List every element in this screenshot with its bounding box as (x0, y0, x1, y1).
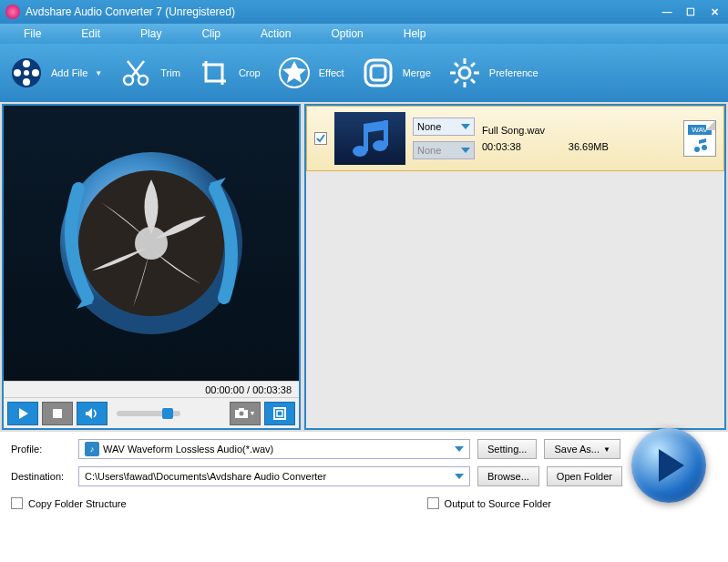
toolbar: Add File ▼ Trim Crop Effect Merge Prefer… (0, 44, 728, 102)
crop-label: Crop (239, 67, 261, 78)
convert-button[interactable] (631, 428, 706, 503)
trim-label: Trim (160, 67, 180, 78)
file-checkbox[interactable] (314, 132, 327, 145)
menu-action[interactable]: Action (241, 27, 311, 40)
add-file-button[interactable]: Add File ▼ (9, 56, 102, 90)
effect-button[interactable]: Effect (277, 56, 344, 90)
menu-help[interactable]: Help (384, 27, 446, 40)
maximize-button[interactable]: ☐ (682, 4, 699, 20)
subtitle-select[interactable]: None (413, 141, 475, 159)
wav-icon: ♪ (85, 442, 99, 456)
checkbox-icon (11, 497, 23, 509)
svg-point-5 (24, 70, 29, 76)
window-title: Avdshare Audio Converter 7 (Unregistered… (26, 5, 651, 18)
svg-rect-27 (239, 408, 244, 411)
svg-line-21 (455, 79, 458, 83)
file-name: Full Song.wav (482, 125, 545, 136)
app-logo-icon (5, 5, 20, 19)
chevron-down-icon (461, 148, 470, 153)
file-info: Full Song.wav 00:03:38 36.69MB (482, 125, 676, 152)
close-button[interactable]: ✕ (706, 4, 723, 20)
menu-option[interactable]: Option (311, 27, 383, 40)
output-source-label: Output to Source Folder (445, 498, 551, 509)
svg-point-3 (23, 78, 30, 86)
destination-value: C:\Users\fawad\Documents\Avdshare Audio … (85, 471, 326, 482)
trim-button[interactable]: Trim (118, 56, 180, 90)
profile-select[interactable]: ♪WAV Waveform Lossless Audio(*.wav) (78, 439, 470, 459)
audio-track-select[interactable]: None (413, 118, 475, 136)
merge-button[interactable]: Merge (361, 56, 431, 90)
open-folder-button[interactable]: Open Folder (547, 466, 622, 486)
format-icon: WAV (683, 120, 716, 157)
svg-rect-30 (277, 411, 282, 416)
time-bar: 00:00:00 / 00:03:38 (4, 381, 299, 397)
svg-point-13 (459, 67, 470, 78)
profile-value: WAV Waveform Lossless Audio(*.wav) (103, 444, 273, 455)
svg-point-1 (23, 60, 30, 67)
scissors-icon (118, 56, 153, 90)
profile-row: Profile: ♪WAV Waveform Lossless Audio(*.… (11, 439, 717, 459)
setting-button[interactable]: Setting... (477, 439, 537, 459)
output-to-source-checkbox[interactable]: Output to Source Folder (427, 497, 551, 509)
menu-play[interactable]: Play (120, 27, 181, 40)
options-row: Copy Folder Structure Output to Source F… (11, 497, 717, 509)
stop-button[interactable] (42, 402, 73, 425)
svg-point-4 (14, 69, 21, 77)
fullscreen-button[interactable] (264, 402, 295, 425)
chevron-down-icon (455, 446, 464, 452)
copy-structure-label: Copy Folder Structure (28, 498, 127, 509)
menu-clip[interactable]: Clip (181, 27, 241, 40)
playback-time: 00:00:00 / 00:03:38 (205, 384, 292, 395)
svg-line-18 (455, 63, 458, 66)
menu-file[interactable]: File (4, 27, 61, 40)
svg-line-20 (471, 63, 475, 66)
play-button[interactable] (7, 402, 38, 425)
preview-panel: 00:00:00 / 00:03:38 ▼ (2, 104, 301, 430)
preference-label: Preference (489, 67, 538, 78)
browse-button[interactable]: Browse... (477, 466, 539, 486)
title-bar: Avdshare Audio Converter 7 (Unregistered… (0, 0, 728, 24)
star-icon (277, 56, 312, 90)
snapshot-button[interactable]: ▼ (230, 402, 261, 425)
destination-row: Destination: C:\Users\fawad\Documents\Av… (11, 466, 717, 486)
volume-button[interactable] (77, 402, 108, 425)
film-reel-icon (9, 56, 44, 90)
svg-point-35 (694, 147, 700, 152)
file-item[interactable]: None None Full Song.wav 00:03:38 36.69MB… (306, 106, 724, 171)
checkbox-icon (427, 497, 439, 509)
minimize-button[interactable]: — (659, 4, 675, 20)
menu-edit[interactable]: Edit (61, 27, 120, 40)
volume-slider[interactable] (117, 411, 180, 416)
file-size: 36.69MB (569, 141, 609, 152)
svg-rect-29 (274, 408, 285, 419)
svg-rect-11 (365, 60, 391, 86)
chevron-down-icon (461, 124, 470, 129)
merge-label: Merge (403, 67, 431, 78)
add-file-label: Add File (51, 67, 87, 78)
player-controls: ▼ (4, 397, 299, 428)
svg-point-36 (702, 145, 707, 150)
effect-label: Effect (319, 67, 344, 78)
svg-point-28 (239, 412, 243, 416)
format-badge: WAV (688, 125, 711, 135)
main-body: 00:00:00 / 00:03:38 ▼ None None Full Son… (0, 102, 728, 432)
svg-rect-25 (53, 409, 62, 418)
svg-rect-12 (371, 66, 385, 80)
svg-line-19 (471, 79, 475, 83)
profile-label: Profile: (11, 444, 71, 455)
copy-folder-structure-checkbox[interactable]: Copy Folder Structure (11, 497, 127, 509)
file-dropdowns: None None (413, 118, 475, 159)
menu-bar: File Edit Play Clip Action Option Help (0, 24, 728, 44)
bottom-panel: Profile: ♪WAV Waveform Lossless Audio(*.… (0, 432, 728, 516)
file-thumbnail (334, 112, 405, 165)
crop-button[interactable]: Crop (197, 56, 261, 90)
save-as-button[interactable]: Save As...▼ (544, 439, 620, 459)
preview-area (4, 106, 299, 381)
chevron-down-icon (455, 474, 464, 479)
file-list: None None Full Song.wav 00:03:38 36.69MB… (304, 104, 726, 430)
svg-point-2 (32, 69, 39, 77)
destination-select[interactable]: C:\Users\fawad\Documents\Avdshare Audio … (78, 466, 470, 486)
gear-icon (447, 56, 482, 90)
preference-button[interactable]: Preference (447, 56, 538, 90)
dropdown-arrow-icon: ▼ (95, 69, 102, 77)
